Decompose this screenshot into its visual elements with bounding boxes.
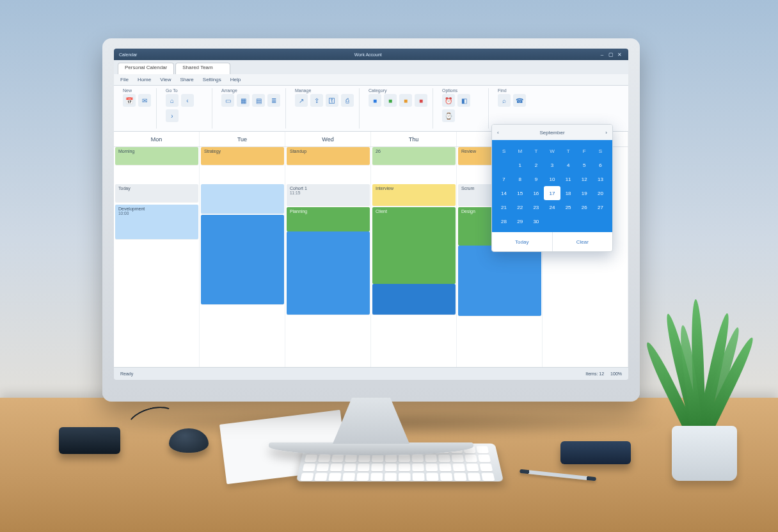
color-icon[interactable]: ◧ xyxy=(457,94,470,107)
picker-today-button[interactable]: Today xyxy=(492,232,553,251)
mail-icon[interactable]: ✉ xyxy=(138,94,151,107)
plant xyxy=(650,315,759,481)
picker-day[interactable]: 20 xyxy=(592,186,608,200)
picker-day[interactable]: 18 xyxy=(560,186,576,200)
reminder-icon[interactable]: ⏰ xyxy=(442,94,455,107)
picker-day[interactable]: 3 xyxy=(544,158,560,172)
ribbon-group-title: Find xyxy=(498,88,526,93)
calendar-event[interactable]: Morning xyxy=(115,147,198,165)
address-book-icon[interactable]: ☎ xyxy=(513,94,526,107)
calendar-event[interactable]: Development10:00 xyxy=(115,205,198,239)
close-icon[interactable]: ✕ xyxy=(617,51,623,58)
tag-red-icon[interactable]: ■ xyxy=(415,94,427,107)
day-header[interactable]: Tue xyxy=(200,132,285,146)
picker-weekday: S xyxy=(592,144,608,158)
calendar-event[interactable] xyxy=(458,246,541,316)
calendar-plus-icon[interactable]: 📅 xyxy=(123,94,136,107)
picker-weekday: S xyxy=(496,144,512,158)
permissions-icon[interactable]: ⚿ xyxy=(326,94,338,107)
calendar-event[interactable]: Standup xyxy=(287,147,370,165)
tag-green-icon[interactable]: ■ xyxy=(384,94,397,107)
tag-blue-icon[interactable]: ■ xyxy=(369,94,381,107)
schedule-view-icon[interactable]: ≣ xyxy=(267,94,280,107)
picker-day[interactable]: 26 xyxy=(576,200,592,214)
status-ready: Ready xyxy=(120,372,133,376)
calendar-event[interactable]: Interview xyxy=(372,184,456,206)
picker-day[interactable]: 2 xyxy=(528,158,544,172)
print-icon[interactable]: ⎙ xyxy=(341,94,354,107)
calendar-event[interactable] xyxy=(201,215,284,304)
calendar-event[interactable]: Client xyxy=(372,207,456,284)
calendar-event[interactable]: Cohort 111:15 xyxy=(287,184,370,206)
picker-day[interactable]: 17 xyxy=(544,186,560,200)
picker-day[interactable]: 28 xyxy=(496,214,512,228)
picker-day[interactable]: 5 xyxy=(576,158,592,172)
picker-weekday: T xyxy=(560,144,576,158)
menu-settings[interactable]: Settings xyxy=(203,77,221,82)
picker-weekday: T xyxy=(528,144,544,158)
day-header[interactable]: Thu xyxy=(371,132,457,146)
back-icon[interactable]: ‹ xyxy=(181,94,194,107)
picker-day[interactable]: 27 xyxy=(592,200,608,214)
today-icon[interactable]: ⌂ xyxy=(166,94,179,107)
picker-next-icon[interactable]: › xyxy=(605,130,607,136)
calendar-event[interactable] xyxy=(201,184,284,214)
picker-day[interactable]: 16 xyxy=(528,186,544,200)
menu-help[interactable]: Help xyxy=(230,77,241,82)
forward-icon[interactable]: › xyxy=(166,109,179,122)
picker-month[interactable]: September xyxy=(539,130,564,136)
picker-day[interactable]: 21 xyxy=(496,200,512,214)
file-tab[interactable]: Personal Calendar xyxy=(118,63,174,74)
picker-day xyxy=(544,214,560,228)
picker-day[interactable]: 4 xyxy=(560,158,576,172)
month-view-icon[interactable]: ▤ xyxy=(252,94,265,107)
minimize-icon[interactable]: – xyxy=(599,51,605,58)
status-zoom[interactable]: 100% xyxy=(610,372,622,376)
timezone-icon[interactable]: ⌚ xyxy=(442,109,455,122)
menu-view[interactable]: View xyxy=(160,77,171,82)
picker-day[interactable]: 1 xyxy=(512,158,528,172)
menu-file[interactable]: File xyxy=(120,77,129,82)
picker-day[interactable]: 25 xyxy=(560,200,576,214)
picker-clear-button[interactable]: Clear xyxy=(553,232,613,251)
menu-share[interactable]: Share xyxy=(180,77,193,82)
picker-day[interactable]: 8 xyxy=(512,172,528,186)
picker-prev-icon[interactable]: ‹ xyxy=(497,130,499,136)
picker-day[interactable]: 23 xyxy=(528,200,544,214)
picker-day[interactable]: 14 xyxy=(496,186,512,200)
calendar-event[interactable]: Planning xyxy=(287,207,370,231)
picker-day[interactable]: 13 xyxy=(592,172,608,186)
picker-weekday: M xyxy=(512,144,528,158)
calendar-event[interactable] xyxy=(372,284,456,315)
picker-day[interactable]: 9 xyxy=(528,172,544,186)
picker-day[interactable]: 6 xyxy=(592,158,608,172)
day-header[interactable]: Wed xyxy=(285,132,371,146)
maximize-icon[interactable]: ▢ xyxy=(608,51,614,58)
share-icon[interactable]: ↗ xyxy=(295,94,308,107)
search-icon[interactable]: ⌕ xyxy=(498,94,511,107)
picker-day[interactable]: 15 xyxy=(512,186,528,200)
week-view-icon[interactable]: ▦ xyxy=(237,94,250,107)
picker-day[interactable]: 7 xyxy=(496,172,512,186)
app-name: Calendar xyxy=(119,52,137,57)
picker-day[interactable]: 10 xyxy=(544,172,560,186)
picker-day[interactable]: 11 xyxy=(560,172,576,186)
picker-day[interactable]: 24 xyxy=(544,200,560,214)
picker-day[interactable]: 30 xyxy=(528,214,544,228)
calendar-event[interactable]: Today xyxy=(115,184,198,202)
calendar-event[interactable] xyxy=(287,231,370,315)
calendar-event[interactable]: 26 xyxy=(372,147,456,165)
calendar-event[interactable]: Strategy xyxy=(201,147,284,165)
picker-day[interactable]: 12 xyxy=(576,172,592,186)
publish-icon[interactable]: ⇪ xyxy=(310,94,323,107)
picker-day[interactable]: 22 xyxy=(512,200,528,214)
day-header[interactable]: Mon xyxy=(114,132,200,146)
tag-orange-icon[interactable]: ■ xyxy=(399,94,412,107)
picker-day[interactable]: 29 xyxy=(512,214,528,228)
picker-day[interactable]: 19 xyxy=(576,186,592,200)
day-view-icon[interactable]: ▭ xyxy=(221,94,234,107)
event-title: Development xyxy=(118,207,195,211)
event-title: Client xyxy=(376,209,452,214)
file-tab[interactable]: Shared Team xyxy=(175,63,230,74)
menu-home[interactable]: Home xyxy=(138,77,151,82)
